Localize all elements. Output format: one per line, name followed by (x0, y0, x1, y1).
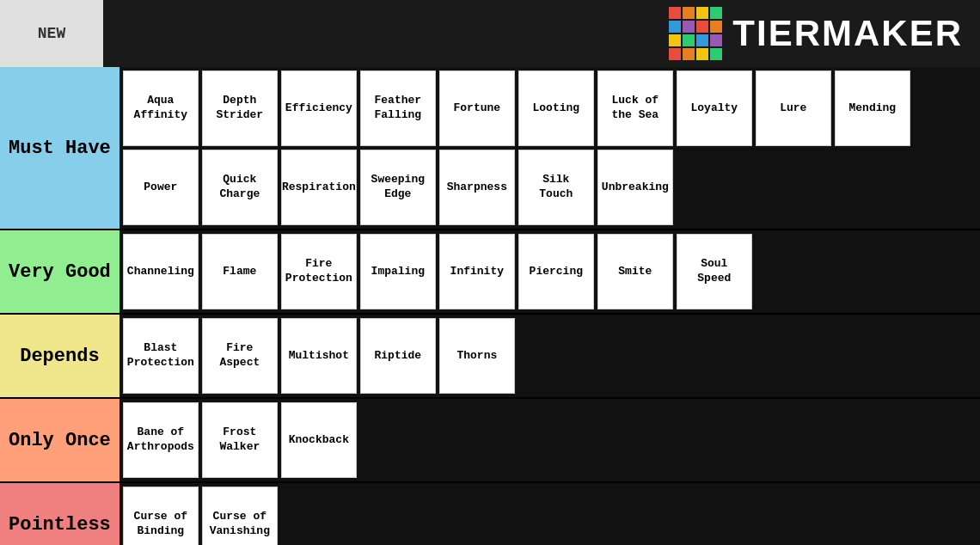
tier-items-depends: Blast ProtectionFire AspectMultishotRipt… (123, 318, 977, 394)
tier-content-must-have[interactable]: Aqua AffinityDepth StriderEfficiencyFeat… (119, 67, 980, 230)
enchantment-item[interactable]: Thorns (439, 318, 515, 394)
enchantment-item[interactable]: Unbreaking (597, 150, 673, 225)
enchantment-item[interactable]: Power (123, 150, 199, 225)
logo-cell (696, 21, 708, 33)
tier-label-pointless: Pointless (0, 482, 119, 545)
tier-content-very-good[interactable]: ChannelingFlameFire ProtectionImpalingIn… (119, 230, 980, 314)
enchantment-item[interactable]: Curse of Binding (123, 487, 199, 545)
enchantment-item[interactable]: Channeling (123, 234, 199, 309)
tier-row-depends: DependsBlast ProtectionFire AspectMultis… (0, 314, 980, 398)
enchantment-item[interactable]: Respiration (281, 150, 357, 225)
tier-content-depends[interactable]: Blast ProtectionFire AspectMultishotRipt… (119, 314, 980, 398)
logo-cell (696, 7, 708, 19)
logo-cell (683, 34, 695, 46)
enchantment-item[interactable]: Looting (518, 70, 594, 146)
enchantment-item[interactable]: Fortune (439, 70, 515, 146)
enchantment-item[interactable]: Riptide (360, 318, 436, 394)
enchantment-item[interactable]: Loyalty (677, 70, 752, 146)
enchantment-item[interactable]: Impaling (360, 234, 436, 309)
enchantment-item[interactable]: Quick Charge (202, 150, 278, 225)
enchantment-item[interactable]: Aqua Affinity (123, 70, 199, 146)
tier-label-must-have: Must Have (0, 67, 119, 230)
logo-cell (683, 7, 695, 19)
enchantment-item[interactable]: Curse of Vanishing (202, 487, 278, 545)
logo-cell (683, 21, 695, 33)
logo-cell (696, 34, 708, 46)
enchantment-item[interactable]: Mending (835, 70, 910, 146)
tier-label-depends: Depends (0, 314, 119, 398)
enchantment-item[interactable]: Knockback (281, 402, 357, 478)
enchantment-item[interactable]: Piercing (518, 234, 594, 309)
tier-items-only-once: Bane of ArthropodsFrost WalkerKnockback (123, 402, 977, 478)
new-drop-zone[interactable]: NEW (0, 0, 103, 67)
enchantment-item[interactable]: Sharpness (439, 150, 515, 225)
logo-cell (710, 7, 722, 19)
enchantment-item[interactable]: Fire Protection (281, 234, 357, 309)
logo-text: TiERMAKER (732, 13, 963, 54)
logo-cell (683, 48, 695, 60)
logo-cell (710, 48, 722, 60)
enchantment-item[interactable]: Multishot (281, 318, 357, 394)
logo-area: TiERMAKER (669, 7, 963, 60)
logo-cell (669, 48, 681, 60)
logo-cell (669, 7, 681, 19)
tier-items-must-have: Aqua AffinityDepth StriderEfficiencyFeat… (123, 70, 977, 225)
logo-grid (669, 7, 722, 60)
tier-label-only-once: Only Once (0, 398, 119, 482)
enchantment-item[interactable]: Blast Protection (123, 318, 199, 394)
enchantment-item[interactable]: Fire Aspect (202, 318, 278, 394)
enchantment-item[interactable]: Soul Speed (677, 234, 752, 309)
tier-row-only-once: Only OnceBane of ArthropodsFrost WalkerK… (0, 398, 980, 482)
tier-items-very-good: ChannelingFlameFire ProtectionImpalingIn… (123, 234, 977, 309)
enchantment-item[interactable]: Bane of Arthropods (123, 402, 199, 478)
tier-content-pointless[interactable]: Curse of BindingCurse of Vanishing (119, 482, 980, 545)
tier-content-only-once[interactable]: Bane of ArthropodsFrost WalkerKnockback (119, 398, 980, 482)
tier-items-pointless: Curse of BindingCurse of Vanishing (123, 487, 977, 545)
logo-cell (710, 21, 722, 33)
tier-row-pointless: PointlessCurse of BindingCurse of Vanish… (0, 482, 980, 545)
logo-cell (696, 48, 708, 60)
enchantment-item[interactable]: Luck of the Sea (597, 70, 673, 146)
enchantment-item[interactable]: Flame (202, 234, 278, 309)
tier-row-very-good: Very GoodChannelingFlameFire ProtectionI… (0, 230, 980, 314)
enchantment-item[interactable]: Feather Falling (360, 70, 436, 146)
new-label: NEW (38, 25, 65, 42)
enchantment-item[interactable]: Infinity (439, 234, 515, 309)
tier-table: Must HaveAqua AffinityDepth StriderEffic… (0, 67, 980, 545)
tier-row-must-have: Must HaveAqua AffinityDepth StriderEffic… (0, 67, 980, 230)
logo-cell (710, 34, 722, 46)
header: NEW TiERMAKER (0, 0, 980, 67)
enchantment-item[interactable]: Depth Strider (202, 70, 278, 146)
enchantment-item[interactable]: Silk Touch (518, 150, 594, 225)
logo-cell (669, 21, 681, 33)
enchantment-item[interactable]: Sweeping Edge (360, 150, 436, 225)
enchantment-item[interactable]: Efficiency (281, 70, 357, 146)
tier-label-very-good: Very Good (0, 230, 119, 314)
enchantment-item[interactable]: Lure (756, 70, 831, 146)
enchantment-item[interactable]: Smite (597, 234, 673, 309)
enchantment-item[interactable]: Frost Walker (202, 402, 278, 478)
logo-cell (669, 34, 681, 46)
